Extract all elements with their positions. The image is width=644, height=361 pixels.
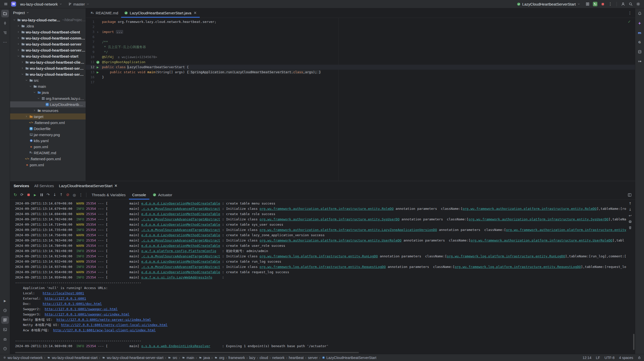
rerun-debug-button[interactable]: ⟳ [19, 192, 25, 198]
history-tool-button[interactable] [1, 307, 9, 314]
breadcrumb-item-lazy[interactable]: lazy [249, 356, 255, 360]
logger-link[interactable]: e.d.p.m.d.LazyOperationMethodCreateTable [141, 212, 220, 216]
url-link[interactable]: http://127.0.0.1:6001/swagger-ui/index.h… [45, 312, 129, 316]
logger-link[interactable]: e.d.p.m.d.LazyOperationMethodCreateTable [141, 202, 220, 205]
class-link[interactable]: org.wu.framework.authorization.platform.… [468, 217, 608, 221]
chevron-expanded-icon[interactable] [28, 85, 32, 88]
breadcrumb-item-src[interactable]: src [167, 356, 177, 360]
tree-item-wu-lazy-cloud-heartbeat-serv-[interactable]: wu-lazy-cloud-heartbeat-serv… [10, 65, 86, 71]
build-grid-button[interactable] [584, 1, 591, 7]
logger-link[interactable]: e.d.p.m.d.LazyOperationMethodCreateTable [141, 223, 220, 226]
tree-item-wu-lazy-cloud-heartbeat-commo-[interactable]: wu-lazy-cloud-heartbeat-commo… [10, 35, 86, 41]
caret-position[interactable]: 12:14 [583, 356, 591, 360]
fold-marker-icon[interactable]: › [97, 30, 98, 34]
tree-item-pom.xml[interactable]: m pom.xml [10, 162, 86, 168]
class-link[interactable]: org.wu.framework.authorization.platform.… [260, 217, 400, 221]
resume-button[interactable]: ▶ [32, 192, 38, 198]
step-into-button[interactable]: ↓ [51, 192, 58, 198]
class-link[interactable]: org.wu.framework.authorization.platform.… [260, 228, 437, 232]
tree-item-jar-memory.png[interactable]: jar-memory.png [10, 132, 86, 138]
breadcrumb-item-org[interactable]: org [214, 356, 224, 360]
step-over-button[interactable]: ↷ [45, 192, 51, 198]
clear-all-button[interactable] [628, 226, 632, 229]
breadcrumb-item-heartbeat[interactable]: heartbeat [289, 356, 304, 360]
class-link[interactable]: org.wu.framework.authorization.platform.… [260, 207, 394, 211]
tree-item-resources[interactable]: resources [10, 107, 86, 113]
tree-item-k8s.yaml[interactable]: k8s.yaml [10, 138, 86, 144]
url-link[interactable]: http://127.0.0.1:6001/netty-server-ui/in… [56, 318, 151, 322]
run-console[interactable]: 2024-09-28T11:13:14.670+08:00 WARN 25354… [10, 200, 635, 354]
close-icon[interactable]: × [114, 184, 118, 188]
url-link[interactable]: http://localhost:6001 [43, 291, 84, 295]
breadcrumb-item-LazyCloudHeartbeatServerStart[interactable]: CLazyCloudHeartbeatServerStart [322, 356, 376, 360]
logger-link[interactable]: .c.s.m.MysqlSourceAdvancedTargetAbstract [141, 265, 220, 269]
logger-link[interactable]: o.s.b.a.e.web.EndpointLinksResolver [141, 344, 210, 348]
tree-item-main[interactable]: main [10, 83, 86, 89]
class-link[interactable]: org.wu.framework.authorization.platform.… [470, 238, 613, 242]
tree-item-LazyCloudHeartb-[interactable]: C LazyCloudHeartb… [10, 101, 86, 107]
line-separator[interactable]: LF [596, 356, 600, 360]
endpoints-tool-button[interactable] [636, 58, 643, 65]
lock-icon[interactable] [638, 356, 641, 359]
chevron-expanded-icon[interactable] [20, 73, 24, 76]
tree-item-wu-lazy-cloud-network[interactable]: wu-lazy-cloud-network ~/IdeaProjec… [10, 17, 86, 23]
project-logo[interactable]: W [11, 2, 16, 7]
editor-line-12[interactable]: 12 ▶ public class LazyCloudHeartbeatServ… [86, 65, 635, 70]
encoding[interactable]: UTF-8 [604, 356, 615, 360]
tree-item-wu-lazy-cloud-heartbeat-server[interactable]: wu-lazy-cloud-heartbeat-server [10, 41, 86, 47]
chevron-collapsed-icon[interactable] [16, 36, 20, 39]
tree-item-Dockerfile[interactable]: D Dockerfile [10, 126, 86, 132]
soft-wrap-button[interactable]: ↩ [628, 214, 632, 217]
tree-item-.flattened-pom.xml[interactable]: </> .flattened-pom.xml [10, 119, 86, 126]
editor-line-3[interactable]: 3 › import ... [86, 29, 635, 34]
class-link[interactable]: org.wu.framework.log.platform.infrastruc… [447, 254, 565, 258]
chevron-collapsed-icon[interactable] [16, 30, 20, 33]
tab-options-icon[interactable]: ⋮ [628, 11, 632, 15]
project-panel-header[interactable]: Project [10, 8, 86, 17]
chevron-collapsed-icon[interactable] [16, 24, 20, 27]
mute-breakpoints-button[interactable]: ⊘ [64, 192, 71, 198]
console-horizontal-scrollbar[interactable] [15, 352, 359, 353]
step-out-button[interactable]: ↑ [58, 192, 64, 198]
tree-item-wu-lazy-cloud-heartbeat-start[interactable]: wu-lazy-cloud-heartbeat-start [10, 53, 86, 59]
tree-item-target[interactable]: target [10, 113, 86, 119]
commit-tool-button[interactable] [1, 19, 9, 27]
layout-settings-button[interactable] [626, 192, 633, 198]
chevron-expanded-icon[interactable] [32, 91, 37, 94]
chevron-collapsed-icon[interactable] [32, 109, 37, 112]
user-avatar-button[interactable] [620, 1, 626, 7]
view-tab-Console[interactable]: Console [129, 190, 149, 199]
run-config-widget[interactable]: LazyCloudHeartbeatServerStart [515, 1, 582, 7]
indent[interactable]: 4 spaces [619, 356, 633, 360]
chevron-collapsed-icon[interactable] [20, 61, 24, 64]
url-link[interactable]: http://127.0.0.1:6001/acw-local-client-u… [53, 328, 156, 332]
breadcrumb-item-wu-lazy-cloud-network[interactable]: wu-lazy-cloud-network [3, 356, 43, 360]
tree-item-src[interactable]: src [10, 77, 86, 83]
tree-item-wu-lazy-cloud-heartbeat-serv-[interactable]: wu-lazy-cloud-heartbeat-serv… [10, 71, 86, 77]
scroll-to-bottom-button[interactable]: ↓ [628, 208, 632, 211]
tree-item-org.framework.lazy.c-[interactable]: org.framework.lazy.c… [10, 95, 86, 101]
rerun-button[interactable]: ↻ [12, 192, 19, 198]
more-vertical-button[interactable]: ⋮ [607, 1, 614, 7]
editor-line-1[interactable]: 1 package org.framework.lazy.cloud.netwo… [86, 19, 635, 24]
class-link[interactable]: org.wu.framework.log.platform.infrastruc… [260, 265, 386, 269]
problems-tool-button[interactable] [1, 345, 9, 352]
close-icon[interactable]: × [194, 11, 197, 15]
terminal-tool-button[interactable] [1, 326, 9, 333]
editor-tab-README.md[interactable]: M↓ README.md [88, 8, 121, 18]
editor-line-2[interactable]: 2 [86, 24, 635, 29]
editor-tab-LazyCloudHeartbeatServerStart.java[interactable]: LazyCloudHeartbeatServerStart.java × [121, 8, 200, 18]
breadcrumb-item-cloud[interactable]: cloud [260, 356, 268, 360]
logger-link[interactable]: .c.s.m.MysqlSourceAdvancedTargetAbstract [141, 254, 220, 258]
structure-tool-button[interactable] [1, 29, 9, 36]
class-link[interactable]: org.wu.framework.log.platform.infrastruc… [260, 254, 378, 258]
console-vertical-scrollbar[interactable] [633, 334, 634, 350]
project-tool-button[interactable] [1, 10, 9, 17]
breadcrumb-item-network[interactable]: network [272, 356, 285, 360]
tree-item-java[interactable]: java [10, 89, 86, 95]
breadcrumb-item-framework[interactable]: framework [228, 356, 245, 360]
class-link[interactable]: org.wu.framework.authorization.platform.… [463, 207, 597, 211]
maven-tool-tool-button[interactable]: m [636, 29, 643, 36]
chevron-expanded-icon[interactable] [36, 97, 41, 100]
class-link[interactable]: org.wu.framework.authorization.platform.… [506, 228, 626, 232]
